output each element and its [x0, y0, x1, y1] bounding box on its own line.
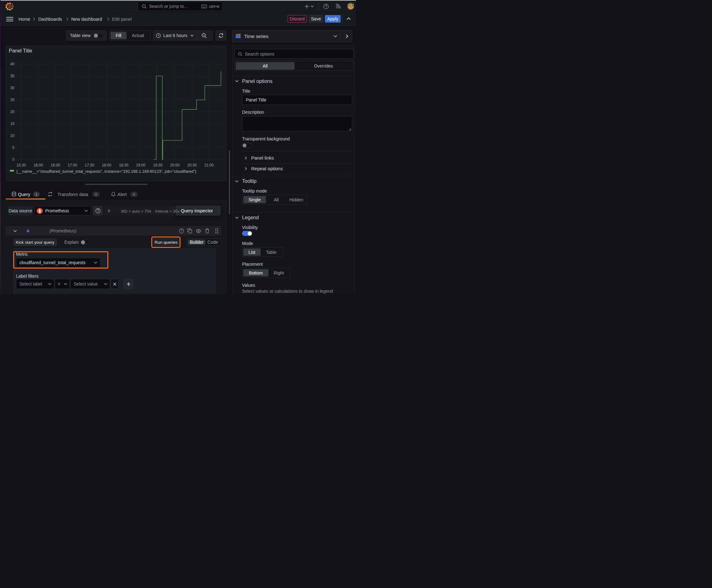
svg-text:25: 25 — [10, 98, 15, 102]
svg-text:19:30: 19:30 — [153, 163, 163, 167]
svg-text:17:30: 17:30 — [85, 163, 94, 167]
svg-text:{__name__="cloudflared_tunnel_: {__name__="cloudflared_tunnel_total_requ… — [16, 169, 196, 174]
svg-text:17:00: 17:00 — [68, 163, 77, 167]
svg-text:30: 30 — [10, 86, 15, 90]
svg-text:0: 0 — [12, 158, 15, 162]
svg-text:16:00: 16:00 — [34, 163, 43, 167]
svg-text:20:00: 20:00 — [170, 163, 179, 167]
svg-text:16:30: 16:30 — [50, 163, 60, 167]
svg-text:40: 40 — [10, 62, 15, 66]
svg-text:18:00: 18:00 — [102, 163, 111, 167]
svg-text:21:00: 21:00 — [204, 163, 214, 167]
svg-text:19:00: 19:00 — [136, 163, 145, 167]
svg-text:10: 10 — [10, 133, 15, 138]
svg-text:5: 5 — [12, 145, 15, 150]
svg-text:20: 20 — [10, 110, 15, 114]
svg-text:35: 35 — [10, 74, 15, 78]
svg-text:20:30: 20:30 — [187, 163, 196, 167]
svg-text:15:30: 15:30 — [16, 163, 26, 167]
svg-text:18:30: 18:30 — [119, 163, 128, 167]
svg-text:15: 15 — [10, 122, 15, 126]
